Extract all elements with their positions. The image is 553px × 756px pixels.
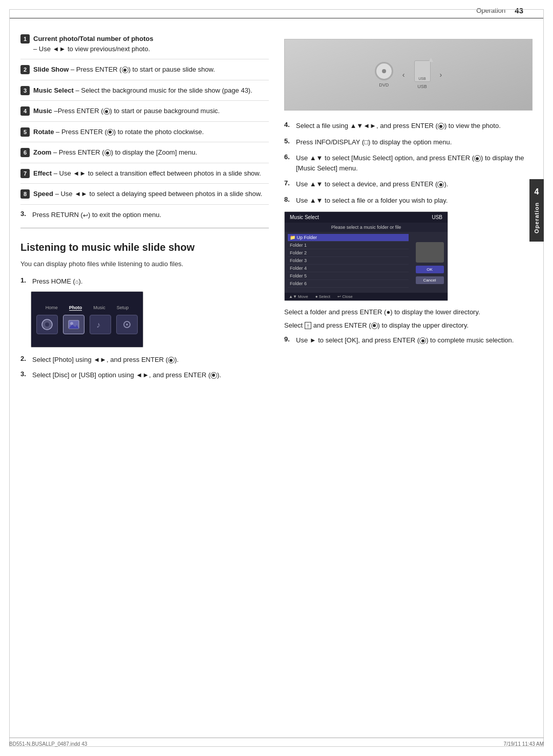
- folder-enter-text: Select a folder and press ENTER (●) to d…: [284, 307, 533, 317]
- left-arrow: ‹: [402, 71, 405, 79]
- home-nav: Home Photo Music Setup: [46, 305, 129, 311]
- enter-icon-r9: [419, 337, 426, 344]
- item-text-2: Slide Show – Press ENTER () to start or …: [33, 64, 215, 75]
- up-folder-symbol: ↑: [305, 322, 312, 329]
- step-2-num: 2.: [20, 355, 30, 362]
- ms-title: Music Select: [290, 214, 319, 220]
- ms-move: ▲▼ Move: [289, 294, 308, 299]
- right-column: DVD ‹ ▲ USB › 4. Select a file using: [284, 34, 533, 385]
- enter-icon-up: [371, 322, 378, 329]
- item-text-3: Music Select – Select the background mus…: [33, 85, 252, 96]
- left-column: 1 Current photo/Total number of photos –…: [20, 34, 269, 385]
- ms-body: 📁 Up Folder Folder 1 Folder 2 Folder 3 F…: [285, 232, 448, 294]
- ms-item-1[interactable]: Folder 1: [288, 242, 409, 249]
- enter-icon-s2: [168, 357, 175, 363]
- dvd-disc-icon: [375, 62, 393, 80]
- home-icons: ♪: [36, 315, 138, 334]
- ms-footer: ▲▼ Move ● Select ↩ Close: [285, 293, 448, 300]
- step-9-text: Use ► to select [OK], and press ENTER ()…: [296, 335, 514, 345]
- enter-icon-4: [103, 108, 110, 115]
- right-step-8: 8. Use ▲▼ to select a file or a folder y…: [284, 196, 533, 206]
- home-icon: ⌂: [75, 277, 79, 286]
- main-content: 1 Current photo/Total number of photos –…: [0, 18, 553, 395]
- numbered-item-1: 1 Current photo/Total number of photos –…: [20, 34, 269, 59]
- svg-text:♪: ♪: [96, 320, 100, 329]
- badge-7: 7: [20, 169, 30, 178]
- right-step-9: 9. Use ► to select [OK], and press ENTER…: [284, 335, 533, 345]
- item-text-7: Effect – Use ◄► to select a transition e…: [33, 168, 261, 179]
- step-8-num: 8.: [284, 196, 293, 203]
- nav-photo: Photo: [69, 305, 82, 311]
- enter-icon: [122, 67, 129, 73]
- svg-point-7: [126, 323, 128, 326]
- ms-item-3[interactable]: Folder 3: [288, 257, 409, 265]
- ms-item-2[interactable]: Folder 2: [288, 249, 409, 257]
- step-1-text: Press HOME (⌂).: [32, 276, 82, 287]
- step-3-section-text: Select [Disc] or [USB] option using ◄►, …: [32, 370, 221, 380]
- ms-ok-btn[interactable]: OK: [416, 266, 444, 273]
- step-2-text: Select [Photo] using ◄►, and press ENTER…: [32, 355, 179, 365]
- ms-source: USB: [432, 214, 442, 220]
- step-3-section: 3. Select [Disc] or [USB] option using ◄…: [20, 370, 269, 380]
- return-icon: ↩: [83, 211, 88, 219]
- header-page-number: 43: [515, 6, 523, 15]
- icon-box-4: [116, 315, 138, 334]
- right-step-5: 5. Press INFO/DISPLAY (□) to display the…: [284, 137, 533, 147]
- screenshot-inner: DVD ‹ ▲ USB ›: [285, 39, 532, 110]
- numbered-item-7: 7 Effect – Use ◄► to select a transition…: [20, 168, 269, 184]
- side-tab: 4 Operation: [529, 179, 544, 242]
- page-header: Operation 43: [9, 0, 544, 18]
- step-9-num: 9.: [284, 335, 293, 343]
- return-step: 3. Press RETURN (↩) to exit the option m…: [20, 210, 269, 220]
- badge-6: 6: [20, 148, 30, 157]
- badge-8: 8: [20, 189, 30, 199]
- music-select-screenshot: Music Select USB Please select a music f…: [284, 211, 448, 301]
- right-step-6: 6. Use ▲▼ to select [Music Select] optio…: [284, 153, 533, 173]
- nav-home: Home: [46, 305, 58, 311]
- step-6-text: Use ▲▼ to select [Music Select] option, …: [296, 153, 533, 173]
- step-7-text: Use ▲▼ to select a device, and press ENT…: [296, 179, 448, 189]
- up-folder-icon: 📁: [290, 235, 295, 240]
- step-2: 2. Select [Photo] using ◄►, and press EN…: [20, 355, 269, 365]
- right-step-7: 7. Use ▲▼ to select a device, and press …: [284, 179, 533, 189]
- ms-item-5[interactable]: Folder 5: [288, 272, 409, 280]
- footer-left: BD551-N.BUSALLP_0487.indd 43: [9, 741, 87, 747]
- nav-music: Music: [93, 305, 105, 311]
- section-desc: You can display photo files while listen…: [20, 259, 269, 269]
- step-6-num: 6.: [284, 153, 293, 161]
- usb-item: ▲ USB: [414, 60, 431, 89]
- page-footer: BD551-N.BUSALLP_0487.indd 43 7/19/11 11:…: [9, 738, 544, 747]
- icon-box-1: [36, 315, 58, 334]
- badge-1: 1: [20, 34, 30, 44]
- item-text-1: Current photo/Total number of photos – U…: [33, 34, 153, 54]
- usb-label: USB: [417, 84, 427, 89]
- icon-box-2: [63, 315, 84, 334]
- ms-item-upfolder[interactable]: 📁 Up Folder: [288, 234, 409, 242]
- ss-row: DVD ‹ ▲ USB ›: [375, 60, 442, 89]
- dvd-usb-screenshot: DVD ‹ ▲ USB ›: [284, 39, 533, 111]
- ms-item-6[interactable]: Folder 6: [288, 280, 409, 288]
- section-title: Listening to music while slide show: [20, 241, 269, 254]
- item-text-8: Speed – Use ◄► to select a delaying spee…: [33, 189, 262, 199]
- section-divider: [20, 228, 269, 228]
- item-text-6: Zoom – Press ENTER () to display the [Zo…: [33, 147, 197, 158]
- usb-icon: [414, 60, 431, 82]
- step-5-num: 5.: [284, 137, 293, 145]
- badge-4: 4: [20, 106, 30, 116]
- music-icon: ♪: [95, 319, 106, 330]
- ms-cancel-btn[interactable]: Cancel: [416, 276, 444, 284]
- step-1-num: 1.: [20, 276, 30, 284]
- arrow-indicator: ▲: [428, 55, 435, 63]
- right-step-4: 4. Select a file using ▲▼◄►, and press E…: [284, 121, 533, 131]
- svg-point-1: [45, 322, 49, 327]
- up-dir-text: Select ↑ and press ENTER () to display t…: [284, 320, 533, 331]
- icon-box-3: ♪: [90, 315, 111, 334]
- ms-header: Music Select USB: [285, 212, 448, 223]
- ms-item-4[interactable]: Folder 4: [288, 265, 409, 272]
- ms-thumbnail: [416, 242, 444, 263]
- side-tab-label: Operation: [534, 202, 540, 233]
- numbered-item-6: 6 Zoom – Press ENTER () to display the […: [20, 147, 269, 163]
- badge-5: 5: [20, 127, 30, 137]
- numbered-item-8: 8 Speed – Use ◄► to select a delaying sp…: [20, 189, 269, 205]
- step-4-num: 4.: [284, 121, 293, 128]
